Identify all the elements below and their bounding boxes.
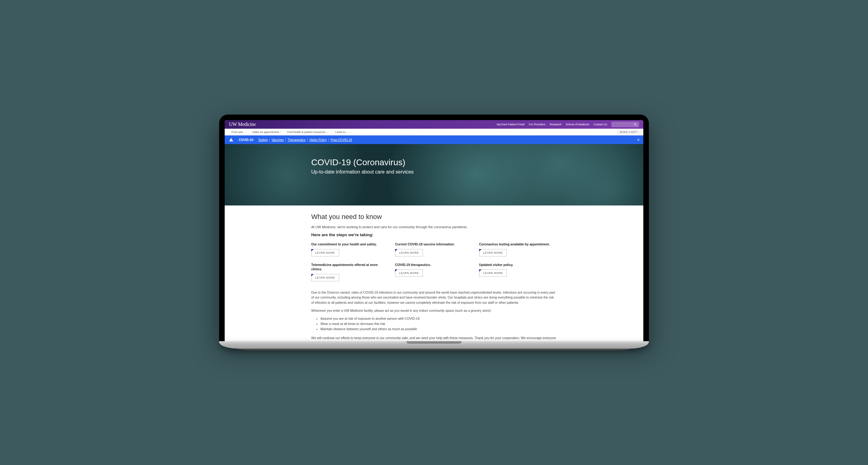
nav-label: I want to… (335, 130, 348, 134)
card-title: COVID-19 therapeutics. (395, 263, 473, 267)
laptop-base (219, 341, 649, 349)
list-item: Assume you are at risk of exposure to an… (320, 316, 557, 321)
card-visitor-policy: Updated visitor policy. LEARN MORE (479, 263, 557, 281)
screen: UW Medicine MyChart Patient Portal For P… (225, 120, 643, 341)
chevron-down-icon: ⌄ (349, 130, 351, 133)
card-title: Current COVID-19 vaccine information. (395, 242, 473, 246)
chevron-down-icon: ⌄ (244, 130, 246, 133)
laptop-foot (238, 349, 630, 350)
card-testing: Coronavirus testing available by appoint… (479, 242, 557, 257)
alert-link-testing[interactable]: Testing (256, 138, 269, 142)
chevron-down-icon: ⌄ (326, 130, 329, 133)
card-title: Coronavirus testing available by appoint… (479, 242, 557, 246)
learn-more-button[interactable]: LEARN MORE (479, 269, 507, 277)
list-item: Maintain distance between yourself and o… (320, 326, 557, 332)
card-title: Updated visitor policy. (479, 263, 557, 267)
secondary-nav: Find care⌄ Make an appointment› Find hea… (225, 129, 643, 136)
laptop-body: UW Medicine MyChart Patient Portal For P… (219, 115, 649, 341)
learn-more-button[interactable]: LEARN MORE (311, 274, 339, 281)
sub-nav-links: Find care⌄ Make an appointment› Find hea… (228, 130, 354, 134)
page-title: COVID-19 (Coronavirus) (311, 157, 557, 167)
page-subtitle: Up-to-date information about care and se… (311, 169, 557, 175)
gift-label: MAKE A GIFT (620, 130, 637, 134)
close-icon[interactable]: × (637, 138, 640, 142)
main-content: What you need to know At UW Medicine, we… (225, 205, 643, 341)
steps-heading: Here are the steps we're taking: (311, 233, 557, 237)
hero: COVID-19 (Coronavirus) Up-to-date inform… (225, 144, 643, 205)
paragraph-facility: Whenever you enter a UW Medicine facilit… (311, 308, 557, 313)
learn-more-button[interactable]: LEARN MORE (479, 249, 507, 257)
warning-icon (229, 138, 233, 142)
alert-links: Testing| Vaccines| Therapeutics| Visitor… (256, 138, 353, 142)
learn-more-button[interactable]: LEARN MORE (395, 249, 423, 257)
covid-alert-bar: COVID-19: Testing| Vaccines| Therapeutic… (225, 136, 643, 144)
nav-label: Make an appointment (253, 130, 279, 134)
top-links: MyChart Patient Portal For Providers Res… (497, 123, 607, 126)
chevron-right-icon: › (638, 130, 639, 133)
top-header: UW Medicine MyChart Patient Portal For P… (225, 120, 643, 129)
know-heading: What you need to know (311, 213, 557, 221)
cards-grid: Our commitment to your health and safety… (311, 242, 557, 281)
card-telemedicine: Telemedicine appointments offered at mor… (311, 263, 389, 281)
alert-link-vaccines[interactable]: Vaccines (270, 138, 285, 142)
top-link-providers[interactable]: For Providers (529, 123, 546, 126)
make-gift-button[interactable]: MAKE A GIFT› (615, 129, 643, 136)
paragraph-omicron: Due to the Omicron variant, rates of COV… (311, 290, 557, 305)
alert-link-postcovid[interactable]: Post-COVID-19 (329, 138, 353, 142)
card-title: Telemedicine appointments offered at mor… (311, 263, 389, 271)
intro-paragraph: At UW Medicine, we're working to protect… (311, 225, 557, 229)
alert-link-visitor[interactable]: Visitor Policy (308, 138, 329, 142)
alert-link-therapeutics[interactable]: Therapeutics (286, 138, 307, 142)
top-link-school[interactable]: School of Medicine (566, 123, 589, 126)
card-therapeutics: COVID-19 therapeutics. LEARN MORE (395, 263, 473, 281)
nav-find-care[interactable]: Find care⌄ (228, 130, 250, 134)
page: UW Medicine MyChart Patient Portal For P… (225, 120, 643, 341)
nav-appointment[interactable]: Make an appointment› (250, 130, 284, 134)
nav-resources[interactable]: Find health & patient resources⌄ (284, 130, 332, 134)
card-vaccine: Current COVID-19 vaccine information. LE… (395, 242, 473, 257)
card-title: Our commitment to your health and safety… (311, 242, 389, 246)
nav-label: Find care (231, 130, 243, 134)
top-right: MyChart Patient Portal For Providers Res… (497, 122, 639, 127)
card-commitment: Our commitment to your health and safety… (311, 242, 389, 257)
hero-inner: COVID-19 (Coronavirus) Up-to-date inform… (308, 157, 560, 175)
alert-label: COVID-19: (239, 138, 254, 142)
top-link-research[interactable]: Research (550, 123, 562, 126)
brand-logo[interactable]: UW Medicine (229, 122, 256, 127)
nav-i-want-to[interactable]: I want to…⌄ (332, 130, 354, 134)
learn-more-button[interactable]: LEARN MORE (395, 269, 423, 277)
precautions-list: Assume you are at risk of exposure to an… (320, 316, 557, 331)
nav-label: Find health & patient resources (287, 130, 326, 134)
top-link-mychart[interactable]: MyChart Patient Portal (497, 123, 525, 126)
search-input[interactable] (611, 122, 639, 127)
learn-more-button[interactable]: LEARN MORE (311, 249, 339, 257)
chevron-right-icon: › (280, 130, 281, 133)
list-item: Wear a mask at all times to decrease thi… (320, 321, 557, 326)
search-icon (634, 123, 637, 126)
top-link-contact[interactable]: Contact Us (593, 123, 607, 126)
container: What you need to know At UW Medicine, we… (308, 205, 560, 341)
paragraph-continue: We will continue our efforts to keep eve… (311, 336, 557, 341)
laptop-frame: UW Medicine MyChart Patient Portal For P… (219, 115, 649, 350)
